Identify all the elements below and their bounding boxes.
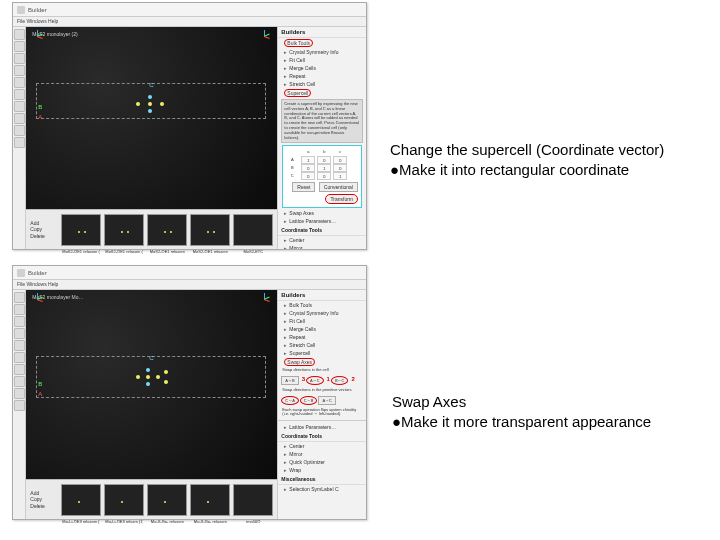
- tool-icon[interactable]: [14, 376, 25, 387]
- crystal-symmetry-item[interactable]: Crystal Symmetry Info: [278, 48, 366, 56]
- axes-origin-icon: [32, 30, 46, 44]
- menubar[interactable]: File Windows Help: [13, 280, 366, 290]
- fit-cell-item[interactable]: Fit Cell: [278, 317, 366, 325]
- stash-actions[interactable]: Add Copy Delete: [30, 490, 58, 510]
- merge-cells-item[interactable]: Merge Cells: [278, 64, 366, 72]
- swap-ab-button[interactable]: A↔B: [281, 376, 298, 385]
- transform-button[interactable]: Transform: [325, 194, 358, 204]
- builders-header: Builders: [278, 290, 366, 301]
- swap-cb-button[interactable]: C→B: [300, 396, 318, 405]
- stretch-cell-item[interactable]: Stretch Cell: [278, 80, 366, 88]
- axis-label-a: A: [38, 391, 42, 397]
- center-item[interactable]: Center: [278, 236, 366, 244]
- stash-thumb[interactable]: MoS2-OE1 relaxom (2): [104, 214, 144, 246]
- swap-buttons-2: C→A C→B A→C: [281, 396, 363, 405]
- matrix-input[interactable]: 0: [301, 172, 315, 180]
- tool-icon[interactable]: [14, 65, 25, 76]
- stash-thumb[interactable]: tmo56O: [233, 484, 273, 516]
- bulk-tools-item[interactable]: Bulk Tools: [278, 301, 366, 309]
- tool-icon[interactable]: [14, 53, 25, 64]
- tool-icon[interactable]: [14, 292, 25, 303]
- stash-thumb[interactable]: Mo-S-Ga- relaxom: [147, 484, 187, 516]
- tool-icon[interactable]: [14, 113, 25, 124]
- matrix-input[interactable]: 1: [317, 164, 331, 172]
- coord-tools-header: Coordinate Tools: [278, 431, 366, 442]
- left-toolbar: [13, 290, 26, 519]
- repeat-item[interactable]: Repeat: [278, 333, 366, 341]
- supercell-item[interactable]: Supercell: [278, 349, 366, 357]
- stash-thumb[interactable]: MoS2-OE1 relaxom: [147, 214, 187, 246]
- builders-header: Builders: [278, 27, 366, 38]
- mirror-item[interactable]: Mirror: [278, 450, 366, 458]
- tool-icon[interactable]: [14, 77, 25, 88]
- conventional-button[interactable]: Conventional: [319, 182, 358, 192]
- builders-panel: Builders Bulk Tools Crystal Symmetry Inf…: [277, 290, 366, 519]
- stash-thumb[interactable]: MoS2-OE1 relaxom (1): [61, 214, 101, 246]
- matrix-input[interactable]: 0: [333, 164, 347, 172]
- stash-actions[interactable]: Add Copy Delete: [30, 220, 58, 240]
- tool-icon[interactable]: [14, 400, 25, 411]
- tool-icon[interactable]: [14, 29, 25, 40]
- tool-icon[interactable]: [14, 304, 25, 315]
- lattice-params-item[interactable]: Lattice Parameters…: [278, 217, 366, 225]
- axes-origin-icon: [32, 293, 46, 307]
- supercell-item[interactable]: Supercell: [278, 88, 366, 98]
- stash-thumb[interactable]: MoS2-ETC: [233, 214, 273, 246]
- matrix-input[interactable]: 1: [333, 172, 347, 180]
- repeat-item[interactable]: Repeat: [278, 72, 366, 80]
- left-toolbar: [13, 27, 26, 249]
- stash-thumb[interactable]: Mo-Li-OE3 relaxom (1): [61, 484, 101, 516]
- wrap-item[interactable]: Wrap: [278, 466, 366, 474]
- axes-indicator-icon: [259, 30, 271, 42]
- tool-icon[interactable]: [14, 316, 25, 327]
- app-title: Builder: [28, 270, 47, 276]
- stash-thumb[interactable]: MoS2-OE1 relaxom: [190, 214, 230, 246]
- matrix-input[interactable]: 1: [301, 156, 315, 164]
- crystal-symmetry-item[interactable]: Crystal Symmetry Info: [278, 309, 366, 317]
- center-item[interactable]: Center: [278, 442, 366, 450]
- stretch-cell-item[interactable]: Stretch Cell: [278, 341, 366, 349]
- tool-icon[interactable]: [14, 137, 25, 148]
- matrix-input[interactable]: 0: [333, 156, 347, 164]
- screenshot-bottom: Builder File Windows Help MoS2 monolayer…: [12, 265, 367, 520]
- stash-row: Add Copy Delete Mo-Li-OE3 relaxom (1) Mo…: [26, 479, 277, 519]
- lattice-params-item[interactable]: Lattice Parameters…: [278, 423, 366, 431]
- fit-cell-item[interactable]: Fit Cell: [278, 56, 366, 64]
- matrix-input[interactable]: 0: [317, 172, 331, 180]
- annotation-swap-axes: Swap Axes ●Make it more transparent appe…: [392, 392, 712, 431]
- menubar[interactable]: File Windows Help: [13, 17, 366, 27]
- swap-ac2-button[interactable]: A→C: [318, 396, 336, 405]
- quick-optimizer-item[interactable]: Quick Optimizer: [278, 458, 366, 466]
- misc-item[interactable]: Selection SymLabel C: [278, 485, 366, 493]
- tool-icon[interactable]: [14, 125, 25, 136]
- bulk-tools-item[interactable]: Bulk Tools: [278, 38, 366, 48]
- swap-note: Swap directions in the cell: [282, 368, 362, 373]
- window-titlebar: Builder: [13, 3, 366, 17]
- tool-icon[interactable]: [14, 388, 25, 399]
- swap-ac-button[interactable]: A↔C: [306, 376, 324, 385]
- viewport-3d[interactable]: MoS2 monolayer (2) A B C: [26, 27, 277, 209]
- swap-axes-item[interactable]: Swap Axes: [278, 209, 366, 217]
- axis-label-a: A: [38, 114, 42, 120]
- swap-axes-item[interactable]: Swap Axes: [278, 357, 366, 367]
- tool-icon[interactable]: [14, 89, 25, 100]
- merge-cells-item[interactable]: Merge Cells: [278, 325, 366, 333]
- tool-icon[interactable]: [14, 328, 25, 339]
- mirror-item[interactable]: Mirror: [278, 244, 366, 249]
- tool-icon[interactable]: [14, 352, 25, 363]
- stash-row: Add Copy Delete MoS2-OE1 relaxom (1) MoS…: [26, 209, 277, 249]
- reset-button[interactable]: Reset: [292, 182, 315, 192]
- tool-icon[interactable]: [14, 364, 25, 375]
- swap-ca-button[interactable]: C→A: [281, 396, 299, 405]
- tool-icon[interactable]: [14, 41, 25, 52]
- matrix-input[interactable]: 0: [317, 156, 331, 164]
- stash-thumb[interactable]: Mo-S-Ga- relaxom: [190, 484, 230, 516]
- stash-thumb[interactable]: Mo-Li-OE3 relaxm (1): [104, 484, 144, 516]
- tool-icon[interactable]: [14, 101, 25, 112]
- tool-icon[interactable]: [14, 340, 25, 351]
- matrix-input[interactable]: 0: [301, 164, 315, 172]
- axis-label-c: C: [149, 355, 153, 361]
- swap-bc-button[interactable]: B↔C: [331, 376, 349, 385]
- chirality-note: Each swap operation flips system chirali…: [282, 408, 362, 418]
- viewport-3d[interactable]: MoS2 monolayer Mo… A B C: [26, 290, 277, 479]
